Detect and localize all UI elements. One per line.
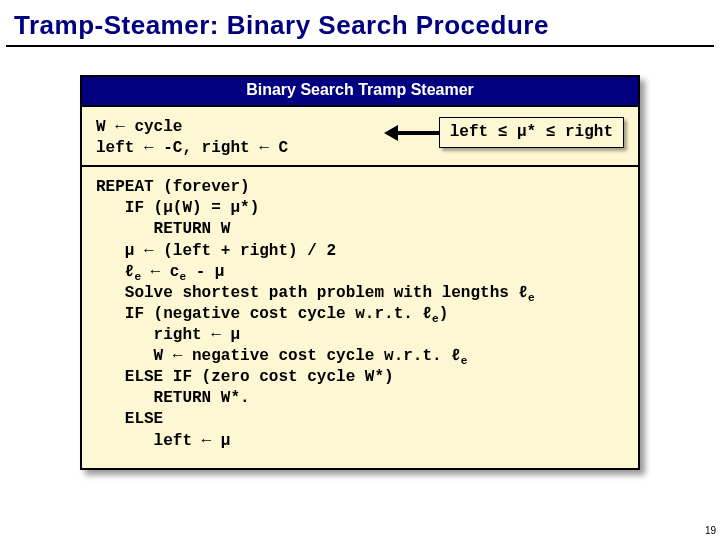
page-number: 19 bbox=[705, 525, 716, 536]
repeat-l6a: Solve shortest path problem with lengths… bbox=[96, 284, 528, 302]
repeat-l7b: ) bbox=[439, 305, 449, 323]
algorithm-box: Binary Search Tramp Steamer W ← cycle le… bbox=[80, 75, 640, 470]
repeat-l10: ELSE IF (zero cost cycle W*) bbox=[96, 368, 394, 386]
slide-title: Tramp-Steamer: Binary Search Procedure bbox=[0, 0, 720, 45]
arrow-shaft-icon bbox=[397, 131, 439, 135]
repeat-l8: right ← μ bbox=[96, 326, 240, 344]
repeat-l11: RETURN W*. bbox=[96, 389, 250, 407]
init-line-2: left ← -C, right ← C bbox=[96, 139, 288, 157]
repeat-l12: ELSE bbox=[96, 410, 163, 428]
repeat-l4: μ ← (left + right) / 2 bbox=[96, 242, 336, 260]
repeat-l5b: ← c bbox=[141, 263, 179, 281]
invariant-box: left ≤ μ* ≤ right bbox=[439, 117, 624, 148]
algorithm-header: Binary Search Tramp Steamer bbox=[82, 77, 638, 107]
invariant-callout: left ≤ μ* ≤ right bbox=[384, 117, 624, 148]
divider-line bbox=[82, 165, 638, 167]
init-lines: W ← cycle left ← -C, right ← C bbox=[96, 117, 288, 159]
sub-e-5: e bbox=[461, 355, 468, 367]
repeat-l5c: - μ bbox=[186, 263, 224, 281]
arrow-head-icon bbox=[384, 125, 398, 141]
algorithm-body: W ← cycle left ← -C, right ← C left ≤ μ*… bbox=[82, 107, 638, 468]
sub-e-3: e bbox=[528, 292, 535, 304]
repeat-l3: RETURN W bbox=[96, 220, 230, 238]
init-line-1: W ← cycle bbox=[96, 118, 182, 136]
repeat-l7a: IF (negative cost cycle w.r.t. ℓ bbox=[96, 305, 432, 323]
repeat-l5a: ℓ bbox=[96, 263, 134, 281]
repeat-l1: REPEAT (forever) bbox=[96, 178, 250, 196]
repeat-l13: left ← μ bbox=[96, 432, 230, 450]
sub-e-4: e bbox=[432, 313, 439, 325]
init-block: W ← cycle left ← -C, right ← C left ≤ μ*… bbox=[96, 117, 624, 159]
repeat-l2: IF (μ(W) = μ*) bbox=[96, 199, 259, 217]
title-underline bbox=[6, 45, 714, 47]
repeat-l9a: W ← negative cost cycle w.r.t. ℓ bbox=[96, 347, 461, 365]
repeat-block: REPEAT (forever) IF (μ(W) = μ*) RETURN W… bbox=[96, 177, 624, 451]
